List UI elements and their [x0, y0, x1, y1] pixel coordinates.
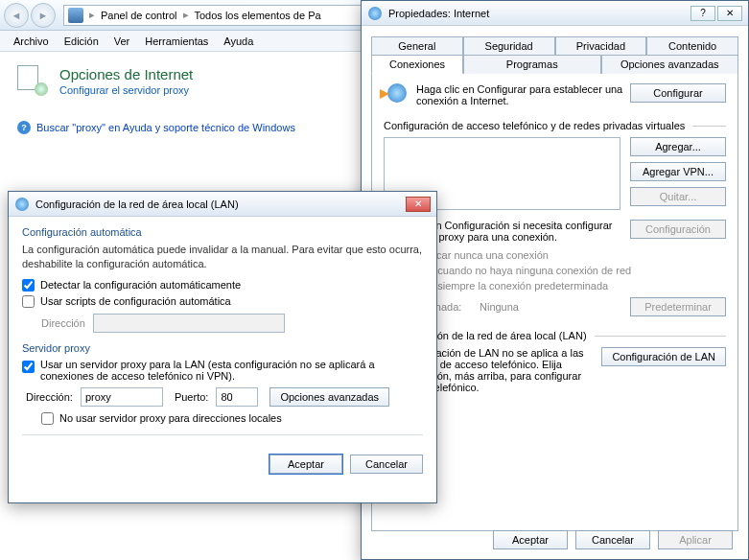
- proxy-port-label: Puerto:: [175, 391, 208, 403]
- menu-edicion[interactable]: Edición: [57, 34, 106, 49]
- menu-ayuda[interactable]: Ayuda: [216, 34, 261, 49]
- proxy-heading: Servidor proxy: [22, 342, 423, 354]
- nav-back-button[interactable]: ◄: [4, 3, 29, 28]
- proxy-address-input[interactable]: [81, 387, 163, 407]
- bypass-local-label: No usar servidor proxy para direcciones …: [59, 412, 282, 424]
- lan-cancelar-button[interactable]: Cancelar: [350, 455, 423, 474]
- proxy-port-input[interactable]: [216, 387, 258, 407]
- bypass-local-checkbox[interactable]: [41, 412, 54, 425]
- tab-programas[interactable]: Programas: [463, 55, 601, 74]
- script-address-input: [93, 314, 285, 333]
- lan-titlebar[interactable]: Configuración de la red de área local (L…: [9, 192, 436, 217]
- proxy-address-label: Dirección:: [26, 391, 73, 403]
- tab-contenido[interactable]: Contenido: [646, 36, 738, 55]
- menu-ver[interactable]: Ver: [106, 34, 138, 49]
- use-script-label: Usar scripts de configuración automática: [40, 295, 231, 307]
- internet-options-icon: [17, 65, 48, 96]
- use-proxy-checkbox[interactable]: [22, 361, 35, 373]
- help-icon: ?: [17, 121, 31, 134]
- opciones-avanzadas-button[interactable]: Opciones avanzadas: [269, 387, 389, 407]
- configuracion-button: Configuración: [630, 220, 726, 239]
- breadcrumb-seg-1[interactable]: Panel de control: [95, 6, 183, 25]
- use-script-checkbox[interactable]: [22, 295, 35, 308]
- page-title: Opciones de Internet: [59, 66, 193, 82]
- inetprop-aceptar-button[interactable]: Aceptar: [493, 530, 568, 549]
- close-button[interactable]: ✕: [717, 6, 742, 21]
- tab-seguridad[interactable]: Seguridad: [463, 36, 555, 55]
- help-search-text: Buscar "proxy" en Ayuda y soporte técnic…: [36, 122, 295, 133]
- inetprop-title: Propiedades: Internet: [388, 8, 489, 19]
- setup-icon: [384, 83, 407, 106]
- lan-title-icon: [14, 197, 30, 212]
- page-subtitle[interactable]: Configurar el servidor proxy: [59, 84, 193, 96]
- inetprop-titlebar[interactable]: Propiedades: Internet ? ✕: [362, 1, 748, 26]
- tab-opciones-avanzadas[interactable]: Opciones avanzadas: [601, 55, 739, 74]
- detect-auto-label: Detectar la configuración automáticament…: [40, 279, 241, 291]
- configurar-button[interactable]: Configurar: [630, 83, 726, 103]
- globe-icon: [367, 6, 383, 21]
- detect-auto-checkbox[interactable]: [22, 279, 35, 292]
- quitar-button: Quitar...: [630, 187, 726, 206]
- script-address-label: Dirección: [41, 317, 85, 329]
- auto-config-heading: Configuración automática: [22, 226, 423, 238]
- setup-text: Haga clic en Configurar para establecer …: [416, 83, 630, 106]
- tab-general[interactable]: General: [371, 36, 463, 55]
- tab-privacidad[interactable]: Privacidad: [555, 36, 647, 55]
- menu-herramientas[interactable]: Herramientas: [137, 34, 216, 49]
- configuracion-lan-button[interactable]: Configuración de LAN: [601, 347, 726, 366]
- lan-aceptar-button[interactable]: Aceptar: [269, 455, 342, 474]
- nav-forward-button[interactable]: ►: [31, 3, 56, 28]
- inetprop-cancelar-button[interactable]: Cancelar: [575, 530, 650, 549]
- lan-settings-dialog: Configuración de la red de área local (L…: [8, 191, 437, 503]
- dial-section-label: Configuración de acceso telefónico y de …: [384, 120, 685, 131]
- agregar-button[interactable]: Agregar...: [630, 137, 726, 156]
- menu-archivo[interactable]: Archivo: [6, 34, 57, 49]
- predeterminada-value: Ninguna: [480, 301, 630, 313]
- control-panel-icon: [68, 8, 83, 23]
- breadcrumb-seg-2[interactable]: Todos los elementos de Pa: [189, 6, 327, 25]
- predeterminar-button: Predeterminar: [630, 297, 726, 316]
- agregar-vpn-button[interactable]: Agregar VPN...: [630, 162, 726, 181]
- lan-close-button[interactable]: ✕: [406, 197, 431, 212]
- auto-config-desc: La configuración automática puede invali…: [22, 243, 423, 271]
- lan-title: Configuración de la red de área local (L…: [35, 198, 239, 210]
- help-button[interactable]: ?: [690, 6, 715, 21]
- tab-conexiones[interactable]: Conexiones: [371, 55, 463, 74]
- inetprop-aplicar-button: Aplicar: [658, 530, 733, 549]
- use-proxy-label: Usar un servidor proxy para la LAN (esta…: [40, 359, 423, 382]
